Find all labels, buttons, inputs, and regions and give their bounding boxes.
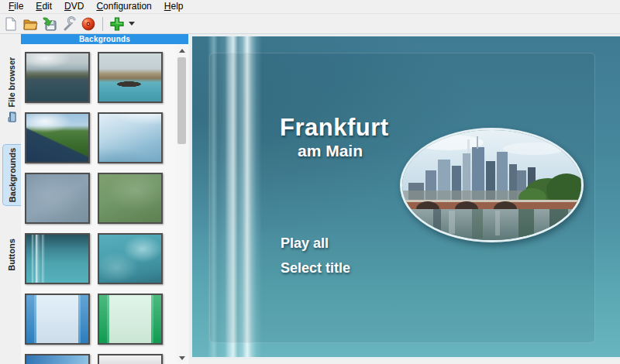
background-thumbnail[interactable]: [98, 233, 163, 284]
background-thumbnail[interactable]: [25, 233, 90, 284]
add-file-button[interactable]: [108, 15, 126, 33]
tab-file-browser[interactable]: File browser: [2, 40, 21, 139]
scroll-up-arrow-icon[interactable]: [176, 45, 188, 56]
menu-title-text[interactable]: Frankfurt: [280, 114, 389, 142]
open-project-button[interactable]: [21, 15, 40, 33]
background-thumbnail[interactable]: [25, 52, 90, 103]
new-project-button[interactable]: [2, 15, 20, 33]
save-project-button[interactable]: [40, 15, 59, 33]
toolbar: [0, 14, 620, 34]
skyline-photo-illustration: [402, 130, 581, 240]
menu-button-play-all[interactable]: Play all: [281, 235, 329, 252]
sidebar-tabstrip: File browser Backgrounds Buttons: [0, 34, 21, 364]
background-thumbnail[interactable]: [98, 52, 163, 103]
menu-button-select-title[interactable]: Select title: [281, 260, 350, 276]
menu-file[interactable]: File: [2, 0, 29, 13]
tab-backgrounds-label: Backgrounds: [8, 148, 17, 202]
tab-buttons-label: Buttons: [7, 239, 16, 271]
save-disk-icon: [42, 16, 57, 32]
scrollbar-thumb[interactable]: [177, 57, 186, 144]
background-thumbnail[interactable]: [98, 354, 163, 364]
background-thumbnail[interactable]: [25, 173, 90, 224]
background-thumbnail[interactable]: [98, 294, 163, 345]
backgrounds-panel-header: Backgrounds: [21, 34, 188, 44]
main-area: File browser Backgrounds Buttons Backgro…: [0, 34, 620, 364]
background-thumbnail[interactable]: [25, 112, 90, 163]
menu-edit[interactable]: Edit: [29, 0, 58, 13]
menu-dvd[interactable]: DVD: [58, 0, 90, 13]
background-thumbnail[interactable]: [98, 173, 163, 224]
scroll-down-arrow-icon[interactable]: [176, 352, 188, 363]
wrench-icon: [61, 16, 77, 32]
tab-buttons[interactable]: Buttons: [2, 228, 21, 282]
background-thumbnail[interactable]: [25, 294, 90, 345]
burn-disc-icon: [81, 16, 96, 32]
toolbar-separator: [102, 17, 103, 31]
settings-button[interactable]: [60, 15, 78, 33]
dvd-menu-preview[interactable]: Frankfurt am Main: [190, 34, 620, 359]
background-thumbnail-grid: [21, 44, 175, 364]
background-thumbnail[interactable]: [98, 112, 163, 163]
tab-backgrounds[interactable]: Backgrounds: [2, 144, 21, 206]
new-document-icon: [3, 16, 19, 32]
folder-icon: [7, 112, 16, 122]
tab-file-browser-label: File browser: [7, 57, 16, 108]
dvd-authoring-window: File Edit DVD Configuration Help: [0, 0, 620, 364]
menu-subtitle-text[interactable]: am Main: [298, 142, 363, 160]
panel-scrollbar[interactable]: [176, 45, 188, 363]
open-folder-icon: [22, 16, 38, 32]
menu-bar: File Edit DVD Configuration Help: [0, 0, 620, 14]
background-thumbnail[interactable]: [25, 354, 90, 364]
backgrounds-panel: Backgrounds: [21, 34, 188, 364]
frankfurt-skyline-oval-photo[interactable]: [400, 128, 584, 242]
green-plus-icon: [109, 16, 125, 32]
add-file-dropdown-caret[interactable]: [129, 22, 135, 26]
menu-help[interactable]: Help: [158, 0, 190, 13]
burn-dvd-button[interactable]: [79, 15, 98, 33]
menu-configuration[interactable]: Configuration: [90, 0, 157, 13]
